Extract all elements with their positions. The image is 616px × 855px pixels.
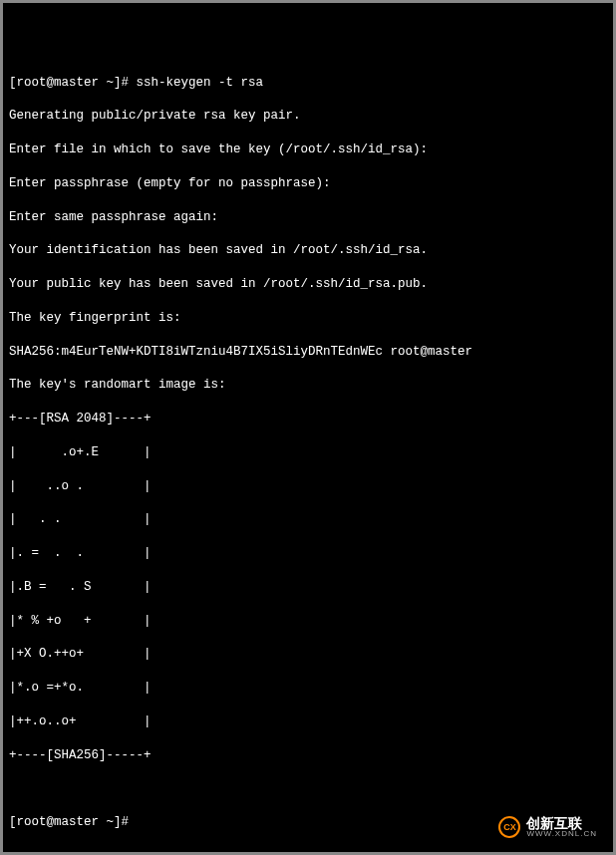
randomart-line: |+X O.++o+ |: [9, 646, 607, 663]
prompt-text: [root@master ~]#: [9, 814, 129, 831]
command-input[interactable]: ssh-keygen -t rsa: [137, 75, 264, 92]
randomart-line: |++.o..o+ |: [9, 713, 607, 730]
randomart-line: |. = . . |: [9, 545, 607, 562]
output-line: Enter passphrase (empty for no passphras…: [9, 175, 607, 192]
randomart-line: | ..o . |: [9, 478, 607, 495]
output-line: The key's randomart image is:: [9, 377, 607, 394]
randomart-line: |*.o =+*o. |: [9, 680, 607, 697]
randomart-line: |.B = . S |: [9, 579, 607, 596]
watermark-sub: WWW.XDNL.CN: [526, 830, 597, 838]
output-line: The key fingerprint is:: [9, 310, 607, 327]
randomart-line: | . . |: [9, 511, 607, 528]
output-line: Generating public/private rsa key pair.: [9, 108, 607, 125]
randomart-line: |* % +o + |: [9, 613, 607, 630]
randomart-line: | .o+.E |: [9, 444, 607, 461]
watermark-logo-icon: CX: [498, 816, 520, 838]
output-line: Your public key has been saved in /root/…: [9, 276, 607, 293]
watermark: CX 创新互联 WWW.XDNL.CN: [490, 810, 605, 844]
randomart-line: +---[RSA 2048]----+: [9, 411, 607, 428]
output-line: Your identification has been saved in /r…: [9, 242, 607, 259]
watermark-main: 创新互联: [526, 816, 597, 830]
prompt-line-1[interactable]: [root@master ~]# ssh-keygen -t rsa: [9, 75, 607, 92]
output-line: Enter same passphrase again:: [9, 209, 607, 226]
output-line: Enter file in which to save the key (/ro…: [9, 142, 607, 158]
randomart-line: +----[SHA256]-----+: [9, 747, 607, 764]
prompt-text: [root@master ~]#: [9, 75, 129, 92]
output-line: SHA256:m4EurTeNW+KDTI8iWTzniu4B7IX5iSliy…: [9, 344, 607, 361]
